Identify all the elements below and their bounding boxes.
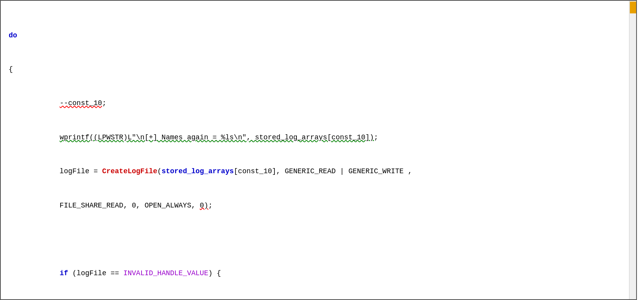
scrollbar-thumb[interactable]	[630, 2, 636, 13]
line-do: do	[9, 30, 628, 41]
line-if: if (logFile == INVALID_HANDLE_VALUE) {	[9, 268, 628, 279]
line-logfile-params: FILE_SHARE_READ, 0, OPEN_ALWAYS, 0);	[9, 200, 628, 211]
line-decrement: --const_10;	[9, 98, 628, 109]
line-wprintf: wprintf((LPWSTR)L"\n[+] Names again = %l…	[9, 132, 628, 143]
vertical-scrollbar[interactable]	[629, 1, 636, 300]
line-logfile-assign: logFile = CreateLogFile(stored_log_array…	[9, 166, 628, 177]
code-content: do { --const_10; wprintf((LPWSTR)L"\n[+]…	[9, 7, 628, 300]
line-open-brace: {	[9, 64, 628, 75]
code-editor: do { --const_10; wprintf((LPWSTR)L"\n[+]…	[0, 0, 637, 300]
line-empty1	[9, 234, 628, 245]
